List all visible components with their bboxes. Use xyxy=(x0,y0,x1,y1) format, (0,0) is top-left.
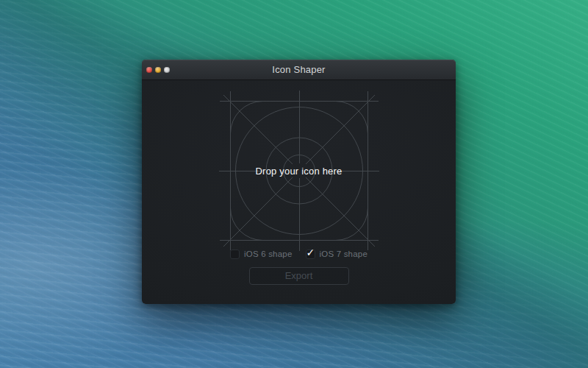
ios6-checkbox[interactable] xyxy=(230,250,240,259)
ios7-checkbox-label: iOS 7 shape xyxy=(320,250,368,258)
window-content: Drop your icon here iOS 6 shape ✓ iOS 7 … xyxy=(142,80,456,303)
option-ios7-shape[interactable]: ✓ iOS 7 shape xyxy=(306,250,368,259)
window-title: Icon Shaper xyxy=(142,60,456,80)
option-ios6-shape[interactable]: iOS 6 shape xyxy=(230,250,293,259)
ios7-checkmark-icon: ✓ xyxy=(306,247,315,258)
shape-options: iOS 6 shape ✓ iOS 7 shape xyxy=(142,249,456,259)
app-window: Icon Shaper xyxy=(142,60,456,304)
ios6-checkbox-label: iOS 6 shape xyxy=(244,250,293,258)
titlebar[interactable]: Icon Shaper xyxy=(142,60,456,80)
ios7-checkbox[interactable]: ✓ xyxy=(306,250,315,259)
export-button[interactable]: Export xyxy=(249,267,349,285)
drop-hint-label: Drop your icon here xyxy=(256,166,343,177)
